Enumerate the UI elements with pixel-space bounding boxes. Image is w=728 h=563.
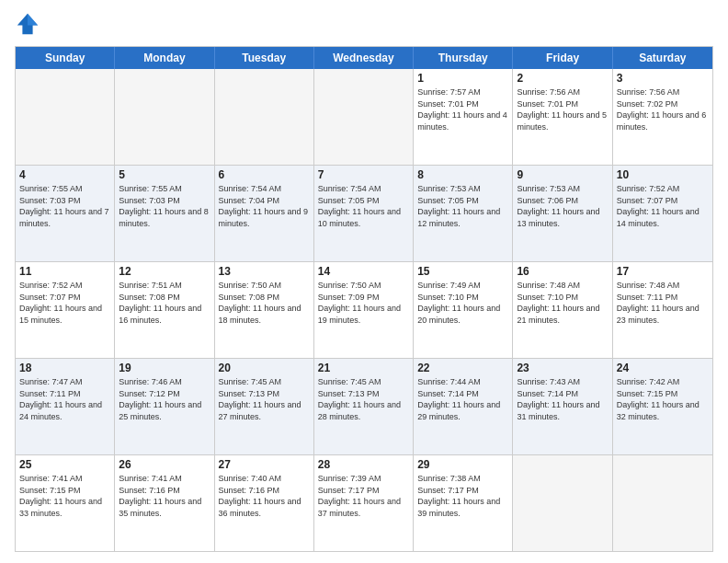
day-info: Sunrise: 7:44 AM Sunset: 7:14 PM Dayligh… xyxy=(417,376,508,422)
day-info: Sunrise: 7:52 AM Sunset: 7:07 PM Dayligh… xyxy=(617,183,709,229)
day-info: Sunrise: 7:57 AM Sunset: 7:01 PM Dayligh… xyxy=(417,86,508,132)
day-number: 22 xyxy=(417,362,508,374)
day-number: 13 xyxy=(219,265,310,278)
calendar-header: SundayMondayTuesdayWednesdayThursdayFrid… xyxy=(16,47,712,69)
day-number: 16 xyxy=(517,265,608,278)
calendar-cell: 11Sunrise: 7:52 AM Sunset: 7:07 PM Dayli… xyxy=(16,262,115,358)
calendar: SundayMondayTuesdayWednesdayThursdayFrid… xyxy=(15,46,713,552)
logo xyxy=(15,11,44,37)
header-day-tuesday: Tuesday xyxy=(215,47,314,69)
calendar-cell: 14Sunrise: 7:50 AM Sunset: 7:09 PM Dayli… xyxy=(314,262,414,358)
calendar-cell: 18Sunrise: 7:47 AM Sunset: 7:11 PM Dayli… xyxy=(16,359,115,454)
day-number: 29 xyxy=(417,458,508,471)
calendar-cell: 13Sunrise: 7:50 AM Sunset: 7:08 PM Dayli… xyxy=(215,262,314,358)
header-day-thursday: Thursday xyxy=(414,47,513,69)
day-info: Sunrise: 7:41 AM Sunset: 7:16 PM Dayligh… xyxy=(119,473,210,519)
day-info: Sunrise: 7:48 AM Sunset: 7:10 PM Dayligh… xyxy=(517,280,608,326)
calendar-row: 18Sunrise: 7:47 AM Sunset: 7:11 PM Dayli… xyxy=(16,359,712,455)
day-number: 12 xyxy=(119,265,210,278)
day-info: Sunrise: 7:45 AM Sunset: 7:13 PM Dayligh… xyxy=(219,376,310,422)
day-info: Sunrise: 7:54 AM Sunset: 7:04 PM Dayligh… xyxy=(219,183,310,229)
calendar-row: 1Sunrise: 7:57 AM Sunset: 7:01 PM Daylig… xyxy=(16,69,712,166)
day-number: 23 xyxy=(517,362,608,374)
calendar-cell xyxy=(314,69,414,165)
day-info: Sunrise: 7:50 AM Sunset: 7:08 PM Dayligh… xyxy=(219,280,310,326)
day-number: 26 xyxy=(119,458,210,471)
calendar-cell: 4Sunrise: 7:55 AM Sunset: 7:03 PM Daylig… xyxy=(16,166,115,261)
day-info: Sunrise: 7:54 AM Sunset: 7:05 PM Dayligh… xyxy=(318,183,409,229)
header-day-saturday: Saturday xyxy=(613,47,712,69)
day-info: Sunrise: 7:43 AM Sunset: 7:14 PM Dayligh… xyxy=(517,376,608,422)
day-number: 24 xyxy=(617,362,709,374)
calendar-cell: 9Sunrise: 7:53 AM Sunset: 7:06 PM Daylig… xyxy=(513,166,612,261)
day-number: 4 xyxy=(19,168,110,181)
day-number: 3 xyxy=(617,72,709,85)
day-number: 7 xyxy=(318,168,409,181)
calendar-cell: 5Sunrise: 7:55 AM Sunset: 7:03 PM Daylig… xyxy=(115,166,214,261)
calendar-cell: 2Sunrise: 7:56 AM Sunset: 7:01 PM Daylig… xyxy=(513,69,612,165)
day-number: 20 xyxy=(219,362,310,374)
day-number: 19 xyxy=(119,362,210,374)
calendar-cell: 24Sunrise: 7:42 AM Sunset: 7:15 PM Dayli… xyxy=(613,359,712,454)
day-info: Sunrise: 7:48 AM Sunset: 7:11 PM Dayligh… xyxy=(617,280,709,326)
calendar-cell xyxy=(115,69,214,165)
calendar-cell: 15Sunrise: 7:49 AM Sunset: 7:10 PM Dayli… xyxy=(414,262,513,358)
calendar-row: 4Sunrise: 7:55 AM Sunset: 7:03 PM Daylig… xyxy=(16,166,712,262)
calendar-row: 11Sunrise: 7:52 AM Sunset: 7:07 PM Dayli… xyxy=(16,262,712,359)
calendar-cell: 19Sunrise: 7:46 AM Sunset: 7:12 PM Dayli… xyxy=(115,359,214,454)
calendar-cell: 27Sunrise: 7:40 AM Sunset: 7:16 PM Dayli… xyxy=(215,455,314,551)
day-number: 25 xyxy=(19,458,110,471)
day-info: Sunrise: 7:40 AM Sunset: 7:16 PM Dayligh… xyxy=(219,473,310,519)
day-info: Sunrise: 7:46 AM Sunset: 7:12 PM Dayligh… xyxy=(119,376,210,422)
day-info: Sunrise: 7:56 AM Sunset: 7:01 PM Dayligh… xyxy=(517,86,608,132)
day-number: 9 xyxy=(517,168,608,181)
calendar-cell xyxy=(613,455,712,551)
day-number: 15 xyxy=(417,265,508,278)
calendar-cell: 28Sunrise: 7:39 AM Sunset: 7:17 PM Dayli… xyxy=(314,455,414,551)
day-info: Sunrise: 7:41 AM Sunset: 7:15 PM Dayligh… xyxy=(19,473,110,519)
calendar-cell: 29Sunrise: 7:38 AM Sunset: 7:17 PM Dayli… xyxy=(414,455,513,551)
calendar-cell: 16Sunrise: 7:48 AM Sunset: 7:10 PM Dayli… xyxy=(513,262,612,358)
day-number: 1 xyxy=(417,72,508,85)
header-day-sunday: Sunday xyxy=(16,47,115,69)
day-number: 2 xyxy=(517,72,608,85)
day-number: 5 xyxy=(119,168,210,181)
day-info: Sunrise: 7:51 AM Sunset: 7:08 PM Dayligh… xyxy=(119,280,210,326)
header-day-wednesday: Wednesday xyxy=(314,47,414,69)
page: SundayMondayTuesdayWednesdayThursdayFrid… xyxy=(0,0,728,563)
calendar-cell: 3Sunrise: 7:56 AM Sunset: 7:02 PM Daylig… xyxy=(613,69,712,165)
day-number: 8 xyxy=(417,168,508,181)
header xyxy=(15,11,713,37)
day-number: 17 xyxy=(617,265,709,278)
day-number: 11 xyxy=(19,265,110,278)
calendar-cell: 17Sunrise: 7:48 AM Sunset: 7:11 PM Dayli… xyxy=(613,262,712,358)
day-info: Sunrise: 7:55 AM Sunset: 7:03 PM Dayligh… xyxy=(119,183,210,229)
day-number: 18 xyxy=(19,362,110,374)
calendar-cell: 6Sunrise: 7:54 AM Sunset: 7:04 PM Daylig… xyxy=(215,166,314,261)
calendar-cell: 8Sunrise: 7:53 AM Sunset: 7:05 PM Daylig… xyxy=(414,166,513,261)
day-info: Sunrise: 7:42 AM Sunset: 7:15 PM Dayligh… xyxy=(617,376,709,422)
calendar-cell xyxy=(16,69,115,165)
calendar-cell: 1Sunrise: 7:57 AM Sunset: 7:01 PM Daylig… xyxy=(414,69,513,165)
day-number: 6 xyxy=(219,168,310,181)
calendar-cell xyxy=(513,455,612,551)
day-info: Sunrise: 7:55 AM Sunset: 7:03 PM Dayligh… xyxy=(19,183,110,229)
calendar-cell: 20Sunrise: 7:45 AM Sunset: 7:13 PM Dayli… xyxy=(215,359,314,454)
logo-icon xyxy=(15,11,40,37)
day-number: 27 xyxy=(219,458,310,471)
calendar-cell: 7Sunrise: 7:54 AM Sunset: 7:05 PM Daylig… xyxy=(314,166,414,261)
calendar-cell: 10Sunrise: 7:52 AM Sunset: 7:07 PM Dayli… xyxy=(613,166,712,261)
day-info: Sunrise: 7:49 AM Sunset: 7:10 PM Dayligh… xyxy=(417,280,508,326)
day-info: Sunrise: 7:52 AM Sunset: 7:07 PM Dayligh… xyxy=(19,280,110,326)
calendar-cell xyxy=(215,69,314,165)
day-info: Sunrise: 7:39 AM Sunset: 7:17 PM Dayligh… xyxy=(318,473,409,519)
calendar-cell: 23Sunrise: 7:43 AM Sunset: 7:14 PM Dayli… xyxy=(513,359,612,454)
day-number: 10 xyxy=(617,168,709,181)
day-info: Sunrise: 7:56 AM Sunset: 7:02 PM Dayligh… xyxy=(617,86,709,132)
calendar-body: 1Sunrise: 7:57 AM Sunset: 7:01 PM Daylig… xyxy=(16,69,712,551)
day-info: Sunrise: 7:53 AM Sunset: 7:06 PM Dayligh… xyxy=(517,183,608,229)
calendar-cell: 21Sunrise: 7:45 AM Sunset: 7:13 PM Dayli… xyxy=(314,359,414,454)
day-info: Sunrise: 7:53 AM Sunset: 7:05 PM Dayligh… xyxy=(417,183,508,229)
day-info: Sunrise: 7:47 AM Sunset: 7:11 PM Dayligh… xyxy=(19,376,110,422)
calendar-cell: 22Sunrise: 7:44 AM Sunset: 7:14 PM Dayli… xyxy=(414,359,513,454)
